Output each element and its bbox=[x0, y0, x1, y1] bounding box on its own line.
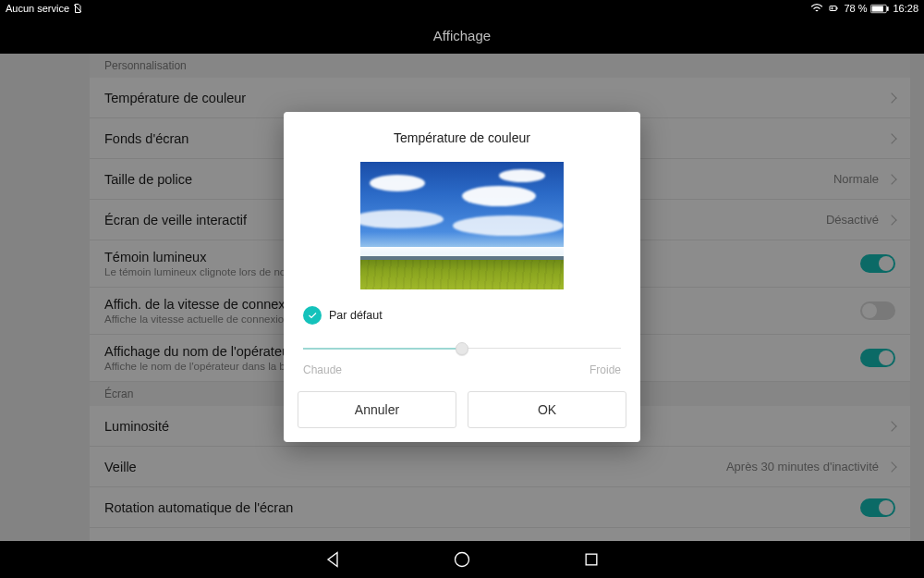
dialog-title: Température de couleur bbox=[298, 130, 626, 145]
svg-rect-2 bbox=[872, 6, 883, 11]
svg-rect-3 bbox=[887, 6, 889, 11]
slider-warm-label: Chaude bbox=[303, 363, 342, 376]
color-temperature-slider[interactable] bbox=[303, 338, 621, 360]
page-header: Affichage bbox=[0, 17, 924, 54]
svg-point-4 bbox=[456, 553, 469, 567]
default-checkbox-row[interactable]: Par défaut bbox=[303, 306, 626, 325]
battery-icon bbox=[870, 4, 889, 14]
color-temperature-dialog: Température de couleur Par défaut Chaude… bbox=[284, 112, 640, 442]
clock-text: 16:28 bbox=[893, 3, 918, 14]
battery-saver-icon bbox=[827, 3, 840, 14]
navigation-bar bbox=[0, 541, 924, 578]
cancel-button[interactable]: Annuler bbox=[298, 391, 456, 428]
home-icon[interactable] bbox=[453, 550, 471, 569]
wifi-icon bbox=[810, 3, 823, 14]
page-title: Affichage bbox=[433, 28, 491, 43]
checkmark-icon bbox=[303, 306, 322, 325]
slider-cold-label: Froide bbox=[590, 363, 621, 376]
ok-button[interactable]: OK bbox=[468, 391, 626, 428]
svg-rect-5 bbox=[586, 554, 597, 565]
back-icon[interactable] bbox=[323, 550, 342, 569]
recent-apps-icon[interactable] bbox=[582, 550, 601, 569]
default-label: Par défaut bbox=[329, 309, 383, 322]
slider-thumb[interactable] bbox=[456, 342, 468, 355]
button-label: OK bbox=[538, 402, 556, 417]
service-status-text: Aucun service bbox=[6, 3, 69, 14]
color-preview-image bbox=[360, 162, 564, 289]
no-sim-icon bbox=[72, 3, 83, 14]
button-label: Annuler bbox=[355, 402, 399, 417]
battery-percent-text: 78 % bbox=[844, 3, 867, 14]
status-bar: Aucun service 78 % 16:28 bbox=[0, 0, 924, 17]
